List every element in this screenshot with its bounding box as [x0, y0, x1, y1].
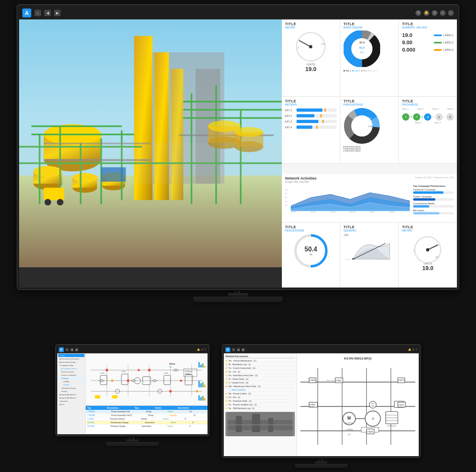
sidebar-tree-item-6[interactable]: Pressure Transmitter — [58, 374, 84, 377]
doc-item-2[interactable]: 📁 Br - Breakdown Log - (1) — [225, 363, 295, 366]
svg-text:PG: PG — [372, 403, 374, 405]
sidebar-tree-item-5[interactable]: Pressure Vessels — [58, 370, 84, 374]
toolbar-icon-5[interactable]: ⋮ — [448, 10, 454, 16]
generic-chart: STABILIZED OPTIMIZED — [344, 237, 395, 260]
kpi-label-1: KPI 1 — [285, 109, 296, 112]
meter-subtitle: METER — [285, 26, 337, 29]
table-row[interactable]: TG-604 Temperature Gauge Instrument Acti… — [86, 421, 208, 424]
step-labels-2: Step 2 Step 3 — [402, 121, 454, 124]
doc-item-1[interactable]: 📁 Am - Annual Maintenance - (1) — [225, 359, 295, 363]
pct-donut-svg: 36.7% 22.7% 7.0% 23.4% — [344, 108, 380, 144]
sidebar-home-item[interactable]: ⌂ Home — [58, 354, 84, 357]
svg-text:60: 60 — [285, 197, 287, 199]
campaign-bar-bg-1 — [413, 191, 454, 194]
sidebar-tree-item-1[interactable]: ▶ Documents by Discipline — [58, 357, 84, 361]
sidebar-tree-item-2[interactable]: ▶ Documents by Type — [58, 361, 84, 364]
kpi-meters-panel: TITLE METERS KPI 1 — [282, 97, 340, 163]
row-type-5: Instrument — [142, 425, 151, 427]
svg-point-130 — [111, 380, 113, 382]
btr-icon-2[interactable]: ⚙ — [412, 348, 414, 351]
numeric-row-3: 0.000 LABEL3 — [402, 47, 454, 53]
table-row[interactable]: J-9002A Pump Assembly Unit Pump Active 1… — [86, 410, 208, 414]
bottom-left-brand: LG — [129, 437, 135, 440]
step-5: 5 — [446, 113, 454, 121]
sidebar-tree-item-8[interactable]: J-9002A — [58, 380, 84, 383]
doc-item-7[interactable]: 📁 If - Incident Form - (2) — [225, 381, 295, 385]
doc-item-8[interactable]: 📂 Mw - Maintenance Work Order - (1) — [225, 385, 295, 388]
doc-item-3[interactable]: 📁 Ca - Coacth Assessment - (1) — [225, 366, 295, 370]
doc-item-13[interactable]: 📁 Po - Process Isolation Log - (1) — [225, 403, 295, 407]
forward-btn[interactable]: ▶ — [54, 10, 61, 16]
campaign-name-4: Bill Inserts — [413, 209, 454, 212]
bottom-right-monitor: A ⌂ ◀ ▶ 🔔 ⚙ ≡ Relat — [222, 344, 421, 468]
svg-point-129 — [169, 390, 172, 393]
plant-thumbnail — [225, 412, 295, 436]
row-tag-5: PG-603 — [87, 425, 94, 427]
toolbar-icon-3[interactable]: ⚙ — [432, 10, 437, 16]
progress-steps: ✓ ✓ 3 4 5 — [402, 113, 454, 121]
svg-text:36.7%: 36.7% — [352, 121, 358, 123]
step-3: 3 — [424, 113, 431, 121]
numeric-values-panel: TITLE NUMERIC VALUES 19.0 LABEL1 — [399, 19, 457, 96]
sidebar-tree-item-4[interactable]: ▶ Conditional Tokens — [58, 367, 84, 370]
doc-item-12[interactable]: 📁 Po - Purchase Order - (1) — [225, 399, 295, 403]
home-btn[interactable]: ⌂ — [35, 10, 41, 16]
meter-gauge: 0 100 UNITS 19.0 — [285, 30, 337, 72]
kpi-marker-2 — [320, 114, 322, 117]
sidebar-tree-item-15[interactable]: ▶ Line — [58, 403, 84, 406]
doc-item-5[interactable]: 📁 Ha - Hazardous Area Class - (1) — [225, 374, 295, 377]
sidebar-tree: ▶ Documents by Discipline ▶ Documents by… — [57, 357, 85, 406]
kpi-marker-1 — [325, 108, 326, 112]
table-row[interactable]: V-1001 Pressure Vessel Vessel Active 8 — [86, 417, 208, 421]
toolbar-icon-2[interactable]: 🔔 — [424, 10, 429, 16]
bottom-right-fwd[interactable]: ▶ — [242, 348, 245, 351]
toolbar-icon-1[interactable]: 👁 — [415, 10, 421, 16]
sidebar-tree-item-12[interactable]: ▶ Tag by Manufacturer — [58, 393, 84, 396]
bottom-right-home[interactable]: ⌂ — [232, 348, 235, 351]
network-subtitle: Graph title sub-title — [285, 180, 317, 183]
doc-item-9[interactable]: 📄 MWO-0093452 — [225, 388, 295, 392]
sidebar-tree-item-7[interactable]: ▼ Pumps — [58, 377, 84, 380]
table-row[interactable]: PG-603 Pressure Gauge Instrument Active … — [86, 424, 208, 428]
svg-text:V-9000: V-9000 — [309, 379, 316, 381]
btl-icon-3[interactable]: ≡ — [204, 348, 206, 351]
sidebar-tree-item-10[interactable]: Temperature Range — [58, 387, 84, 390]
bars-legend: ■ Tier 1 ■ Tier 2 ■ Tier 3 ■ Tier 4 — [344, 69, 395, 72]
bottom-left-content: V-101 V-102 V-103 H-RN Burner TestDoc — [86, 353, 208, 434]
bottom-right-back[interactable]: ◀ — [237, 348, 240, 351]
bottom-left-back[interactable]: ◀ — [70, 348, 74, 351]
table-header: Tag Description Type Status Documents — [86, 406, 208, 410]
step-label-3: Step 3 — [432, 108, 439, 110]
bottom-left-home[interactable]: ⌂ — [65, 348, 69, 351]
bottom-left-logo: A — [59, 347, 64, 352]
svg-text:V-9070: V-9070 — [398, 379, 404, 381]
col-docs: Documents — [178, 407, 189, 409]
sidebar-tree-item-9[interactable]: J-9002B — [58, 383, 84, 387]
doc-item-11[interactable]: 📁 Po - Pol - (1) — [225, 396, 295, 399]
toolbar-icon-4[interactable]: ≡ — [440, 10, 446, 16]
bottom-left-fwd[interactable]: ▶ — [75, 348, 78, 351]
sidebar-tree-item-13[interactable]: ▶ Tag by Manufacturer — [58, 396, 84, 400]
btr-icon-3[interactable]: ≡ — [415, 348, 417, 351]
doc-item-6[interactable]: 📁 Ht - Hazop Study - (1) — [225, 377, 295, 381]
meter2-units: UNITS — [424, 262, 432, 265]
svg-point-38 — [45, 199, 51, 206]
btl-icon-1[interactable]: 🔔 — [197, 348, 200, 351]
btl-icon-2[interactable]: ⚙ — [201, 348, 203, 351]
doc-item-10[interactable]: 📁 Mz - Permit to Work - (1) — [225, 392, 295, 396]
step-label-2-2: Step 2 — [415, 121, 422, 124]
svg-line-50 — [299, 41, 311, 47]
btr-icon-1[interactable]: 🔔 — [408, 348, 411, 351]
doc-item-14[interactable]: 📁 So - Shift Handover Log - (1) — [225, 407, 295, 410]
table-row[interactable]: J-9002B Pump Assembly Unit B Pump Standb… — [86, 414, 208, 417]
campaign-bar-fill-1 — [413, 191, 444, 194]
doc-item-4[interactable]: 📁 Es - List - (1) — [225, 370, 295, 374]
sidebar-tree-item-3[interactable]: ▼ Equipment Tags — [58, 364, 84, 367]
sidebar-tree-item-14[interactable]: Inspections — [58, 400, 84, 403]
back-btn[interactable]: ◀ — [44, 10, 51, 16]
step-1: ✓ — [402, 113, 409, 121]
campaign-bar-fill-4 — [413, 212, 439, 214]
sidebar-tree-item-11[interactable]: Vessels — [58, 390, 84, 393]
campaign-name-3: Conventional Media — [413, 202, 454, 205]
campaign-row-3: Conventional Media — [413, 202, 454, 208]
